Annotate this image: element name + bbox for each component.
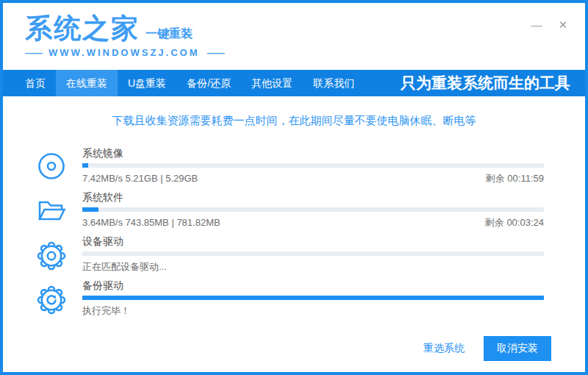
gear-icon [35,240,68,272]
status-text: 执行完毕！ [82,305,130,317]
task-row-device-drivers: 设备驱动 正在匹配设备驱动... [3,235,585,273]
tab-home[interactable]: 首页 [15,70,56,96]
disc-icon [35,151,68,184]
main-content: 下载且收集资源需要耗费一点时间，在此期间尽量不要使电脑休眠、断电等 系统镜像 7… [3,96,585,361]
time-remaining: 剩余 00:11:59 [486,173,544,185]
footer: 重选系统 取消安装 [3,336,551,361]
progress-bar [82,251,544,256]
time-remaining: 剩余 00:03:24 [485,217,544,229]
progress-bar [82,163,544,168]
task-body: 备份驱动 执行完毕！ [82,279,544,317]
tab-online-reinstall[interactable]: 在线重装 [56,70,118,96]
task-body: 设备驱动 正在匹配设备驱动... [82,235,544,273]
progress-fill [82,296,544,300]
task-row-system-software: 系统软件 3.64MB/s 743.85MB | 781.82MB 剩余 00:… [3,191,585,229]
cancel-install-button[interactable]: 取消安装 [484,336,551,361]
nav-slogan: 只为重装系统而生的工具 [401,70,585,96]
close-icon[interactable]: ✕ [556,18,570,32]
task-row-backup-drivers: 备份驱动 执行完毕！ [3,279,585,317]
gear-sync-icon [35,284,68,316]
task-list: 系统镜像 7.42MB/s 5.21GB | 5.29GB 剩余 00:11:5… [3,147,585,317]
dash-right: —— [207,47,223,58]
tab-other-settings[interactable]: 其他设置 [241,70,303,96]
dash-left: —— [25,47,41,58]
logo-url-row: —— WWW.WINDOWSZJ.COM —— [25,47,585,58]
tab-backup-restore[interactable]: 备份/还原 [176,70,241,96]
task-label: 设备驱动 [82,235,544,247]
download-stats: 7.42MB/s 5.21GB | 5.29GB [82,173,198,185]
task-stats: 3.64MB/s 743.85MB | 781.82MB 剩余 00:03:24 [82,217,544,229]
nav-bar: 首页 在线重装 U盘重装 备份/还原 其他设置 联系我们 只为重装系统而生的工具 [3,70,585,96]
logo-url: WWW.WINDOWSZJ.COM [49,47,200,58]
app-window: 系统之家 一键重装 —— WWW.WINDOWSZJ.COM —— — ✕ 首页… [0,0,588,375]
tab-usb-reinstall[interactable]: U盘重装 [118,70,176,96]
progress-fill [82,163,88,168]
task-label: 备份驱动 [82,279,544,291]
task-stats: 7.42MB/s 5.21GB | 5.29GB 剩余 00:11:59 [82,173,544,185]
task-body: 系统软件 3.64MB/s 743.85MB | 781.82MB 剩余 00:… [82,191,544,229]
minimize-icon[interactable]: — [529,18,544,32]
task-body: 系统镜像 7.42MB/s 5.21GB | 5.29GB 剩余 00:11:5… [82,147,544,185]
logo-subtitle: 一键重装 [146,28,193,40]
tab-contact-us[interactable]: 联系我们 [303,70,365,96]
task-label: 系统镜像 [82,147,544,159]
task-stats: 执行完毕！ [82,305,544,317]
task-row-system-image: 系统镜像 7.42MB/s 5.21GB | 5.29GB 剩余 00:11:5… [3,147,585,185]
task-stats: 正在匹配设备驱动... [82,261,544,273]
window-controls: — ✕ [529,18,570,32]
progress-bar [82,296,544,300]
status-text: 正在匹配设备驱动... [82,261,167,273]
logo: 系统之家 一键重装 [25,15,585,42]
progress-fill [82,207,98,212]
header: 系统之家 一键重装 —— WWW.WINDOWSZJ.COM —— — ✕ [3,3,585,70]
reselect-system-button[interactable]: 重选系统 [423,342,465,355]
folder-icon [35,196,68,228]
progress-bar [82,207,544,212]
logo-title: 系统之家 [25,15,140,42]
download-stats: 3.64MB/s 743.85MB | 781.82MB [82,217,220,229]
task-label: 系统软件 [82,191,544,203]
notice-text: 下载且收集资源需要耗费一点时间，在此期间尽量不要使电脑休眠、断电等 [3,114,585,128]
